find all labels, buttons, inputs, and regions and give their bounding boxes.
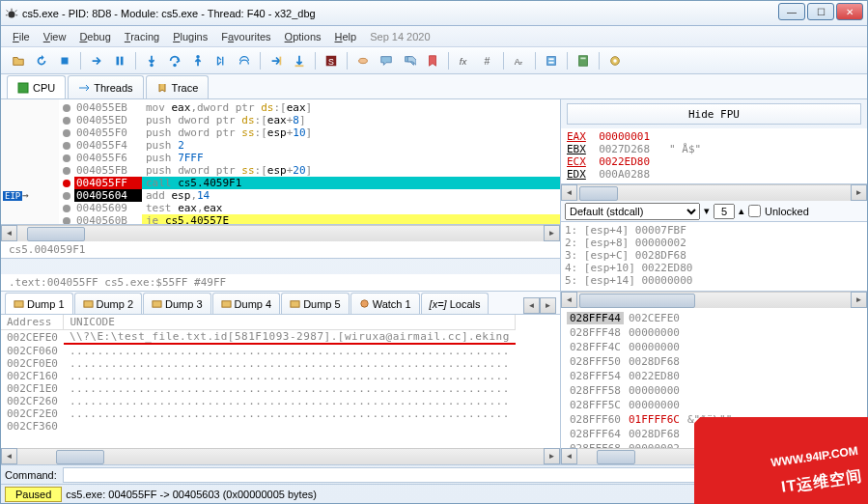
tab-cpu[interactable]: CPU bbox=[7, 75, 66, 98]
stepout-icon[interactable] bbox=[187, 50, 209, 71]
callconv-select[interactable]: Default (stdcall) bbox=[565, 203, 700, 220]
dump-tab-4[interactable]: Dump 5 bbox=[281, 293, 350, 314]
trace-into-icon[interactable] bbox=[210, 50, 232, 71]
status-bar: Paused cs5.exe: 004055FF -> 00405603 (0x… bbox=[1, 484, 867, 503]
calls-icon[interactable] bbox=[541, 50, 562, 71]
dump-tab-0[interactable]: Dump 1 bbox=[5, 293, 73, 314]
menu-file[interactable]: File bbox=[13, 31, 30, 42]
tab-trace-label: Trace bbox=[172, 82, 199, 94]
maximize-button[interactable]: ☐ bbox=[807, 3, 834, 20]
regs-scroll-right[interactable]: ► bbox=[851, 184, 867, 201]
svg-point-27 bbox=[613, 59, 617, 63]
regs-hscrollbar[interactable] bbox=[577, 184, 851, 201]
menu-help[interactable]: Help bbox=[335, 31, 357, 42]
dump-hscrollbar[interactable] bbox=[17, 448, 544, 464]
dump-tab-1[interactable]: Dump 2 bbox=[74, 293, 143, 314]
dumptab-right[interactable]: ► bbox=[540, 297, 556, 314]
stop-icon[interactable] bbox=[54, 50, 75, 71]
svg-rect-30 bbox=[83, 301, 92, 307]
stack-hscrollbar[interactable] bbox=[577, 448, 851, 464]
svg-rect-8 bbox=[121, 56, 124, 65]
svg-rect-13 bbox=[295, 65, 304, 67]
svg-rect-6 bbox=[62, 57, 69, 64]
menubar: File View Debug Tracing Plugins Favourit… bbox=[1, 26, 867, 47]
menu-debug[interactable]: Debug bbox=[79, 31, 110, 42]
section-line: .text:004055FF cs5.exe:$55FF #49FF bbox=[1, 274, 560, 292]
svg-line-3 bbox=[15, 10, 17, 12]
open-icon[interactable] bbox=[8, 50, 29, 71]
patches-icon[interactable] bbox=[352, 50, 374, 71]
status-time-label: Tim bbox=[841, 489, 867, 500]
run-icon[interactable] bbox=[86, 50, 107, 71]
labels-icon[interactable] bbox=[399, 50, 420, 71]
run-to-sel-icon[interactable] bbox=[289, 50, 310, 71]
variables-icon[interactable]: # bbox=[477, 50, 498, 71]
titlebar: cs5.exe - PID: 8D8 - Module: cs5.exe - T… bbox=[1, 1, 867, 26]
svg-rect-33 bbox=[291, 301, 299, 307]
stack-scroll-left[interactable]: ◄ bbox=[561, 448, 577, 464]
svg-rect-7 bbox=[117, 56, 120, 65]
dump-view[interactable]: Address UNICODE 002CEFE0\\?\E:\test_file… bbox=[1, 315, 560, 448]
dump-col-unicode: UNICODE bbox=[64, 315, 516, 330]
unlocked-checkbox[interactable] bbox=[748, 205, 761, 217]
menu-plugins[interactable]: Plugins bbox=[173, 31, 208, 42]
disasm-hscrollbar[interactable] bbox=[17, 225, 544, 241]
tab-threads[interactable]: Threads bbox=[68, 75, 143, 98]
stepper-down-icon[interactable]: ▾ bbox=[704, 205, 710, 217]
svg-text:fx: fx bbox=[460, 55, 468, 66]
stack-view[interactable]: 028FFF44002CEFE0028FFF4800000000028FFF4C… bbox=[561, 308, 867, 448]
calc-icon[interactable] bbox=[573, 50, 594, 71]
comments-icon[interactable] bbox=[376, 50, 397, 71]
dump-tab-6[interactable]: [x=]Locals bbox=[421, 293, 490, 314]
dumptab-left[interactable]: ◄ bbox=[523, 297, 540, 314]
svg-point-34 bbox=[360, 300, 367, 307]
menu-options[interactable]: Options bbox=[285, 31, 322, 42]
regs-scroll-left[interactable]: ◄ bbox=[561, 184, 577, 201]
scylla-icon[interactable]: S bbox=[321, 50, 342, 71]
command-label: Command: bbox=[5, 469, 57, 481]
dump-scroll-right[interactable]: ► bbox=[544, 448, 560, 464]
arg-count-input[interactable] bbox=[714, 204, 735, 219]
strings-icon[interactable]: Az bbox=[509, 50, 530, 71]
tab-trace[interactable]: Trace bbox=[146, 75, 210, 98]
sa-scroll-left[interactable]: ◄ bbox=[561, 292, 577, 308]
stepover-icon[interactable] bbox=[164, 50, 185, 71]
svg-rect-28 bbox=[18, 83, 28, 93]
trace-over-icon[interactable] bbox=[234, 50, 255, 71]
hide-fpu-button[interactable]: Hide FPU bbox=[567, 103, 861, 125]
dump-tab-5[interactable]: Watch 1 bbox=[350, 293, 420, 314]
svg-point-9 bbox=[150, 63, 154, 67]
minimize-button[interactable]: — bbox=[778, 3, 805, 20]
toolbar: S fx # Az bbox=[1, 47, 867, 74]
pause-icon[interactable] bbox=[109, 50, 130, 71]
svg-point-11 bbox=[196, 54, 200, 58]
stepinto-icon[interactable] bbox=[141, 50, 162, 71]
sa-hscrollbar[interactable] bbox=[577, 292, 851, 308]
dump-tab-2[interactable]: Dump 3 bbox=[143, 293, 211, 314]
svg-line-2 bbox=[7, 10, 9, 12]
menu-favourites[interactable]: Favourites bbox=[221, 31, 270, 42]
dump-scroll-left[interactable]: ◄ bbox=[1, 448, 17, 464]
menu-tracing[interactable]: Tracing bbox=[125, 31, 159, 42]
disasm-scroll-left[interactable]: ◄ bbox=[1, 225, 17, 241]
svg-point-16 bbox=[359, 58, 368, 63]
settings-icon[interactable] bbox=[604, 50, 626, 71]
bookmarks-icon[interactable] bbox=[422, 50, 443, 71]
build-date: Sep 14 2020 bbox=[370, 31, 430, 42]
restart-icon[interactable] bbox=[31, 50, 52, 71]
registers-view[interactable]: EAX 00000001EBX 0027D268" Å$"ECX 0022ED8… bbox=[561, 128, 867, 184]
sa-scroll-right[interactable]: ► bbox=[851, 292, 867, 308]
disassembly-view[interactable]: EIP→ 004055EB004055ED004055F0004055F4004… bbox=[1, 99, 560, 225]
stepper-up-icon[interactable]: ▴ bbox=[739, 205, 744, 217]
disasm-scroll-right[interactable]: ► bbox=[544, 225, 560, 241]
stack-scroll-right[interactable]: ► bbox=[851, 448, 867, 464]
menu-view[interactable]: View bbox=[43, 31, 67, 42]
dump-tab-3[interactable]: Dump 4 bbox=[212, 293, 281, 314]
status-paused: Paused bbox=[5, 487, 62, 502]
close-button[interactable]: ✕ bbox=[836, 3, 863, 20]
functions-icon[interactable]: fx bbox=[454, 50, 475, 71]
command-input[interactable] bbox=[63, 467, 863, 483]
svg-rect-23 bbox=[548, 61, 553, 63]
run-to-user-icon[interactable] bbox=[266, 50, 287, 71]
stack-args-view[interactable]: 1: [esp+4] 00007FBF2: [esp+8] 000000023:… bbox=[561, 222, 867, 292]
